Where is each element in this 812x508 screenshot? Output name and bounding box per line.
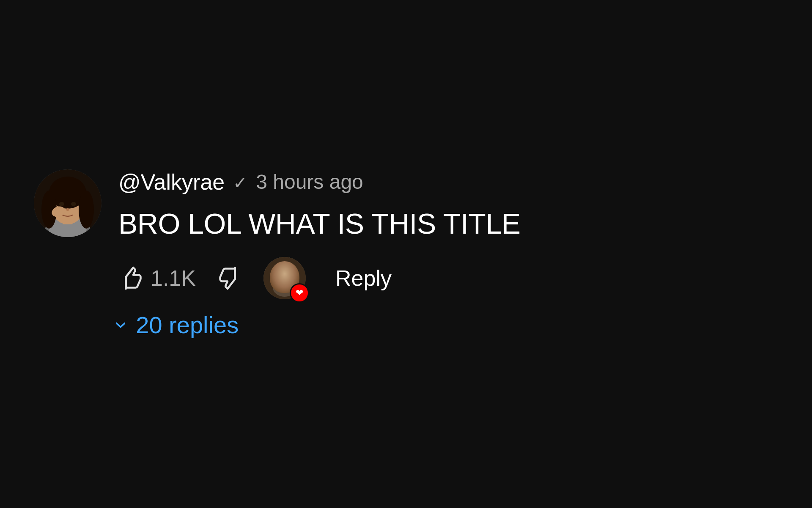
comment-body: @Valkyrae ✓ 3 hours ago BRO LOL WHAT IS … xyxy=(118,169,778,339)
avatar-image xyxy=(34,169,102,237)
comment-section: @Valkyrae ✓ 3 hours ago BRO LOL WHAT IS … xyxy=(0,144,812,364)
svg-point-10 xyxy=(71,202,76,206)
svg-point-11 xyxy=(66,208,69,211)
dislike-button[interactable] xyxy=(217,265,242,291)
svg-point-18 xyxy=(271,271,280,290)
like-button[interactable]: 1.1K xyxy=(118,265,196,291)
svg-point-16 xyxy=(275,264,294,284)
verified-icon: ✓ xyxy=(233,173,247,193)
comment-text: BRO LOL WHAT IS THIS TITLE xyxy=(118,207,778,241)
replies-count: 20 replies xyxy=(136,311,239,339)
reply-button[interactable]: Reply xyxy=(335,265,392,291)
thumbs-up-icon xyxy=(118,265,144,291)
replies-expand[interactable]: › 20 replies xyxy=(118,311,778,339)
heart-badge: ❤ xyxy=(290,283,309,303)
comment-timestamp: 3 hours ago xyxy=(256,170,363,193)
svg-point-17 xyxy=(274,263,295,278)
comment-header: @Valkyrae ✓ 3 hours ago xyxy=(118,169,778,195)
creator-heart-reaction[interactable]: ❤ xyxy=(263,257,306,299)
avatar xyxy=(34,169,102,237)
username[interactable]: @Valkyrae xyxy=(118,169,225,195)
like-count: 1.1K xyxy=(151,265,196,291)
heart-icon: ❤ xyxy=(296,287,303,298)
thumbs-down-icon xyxy=(217,265,242,291)
svg-point-8 xyxy=(79,190,94,229)
chevron-down-icon: › xyxy=(110,321,135,329)
comment-actions: 1.1K xyxy=(118,257,778,299)
svg-point-9 xyxy=(59,202,64,206)
user-avatar-wrapper xyxy=(34,169,102,237)
